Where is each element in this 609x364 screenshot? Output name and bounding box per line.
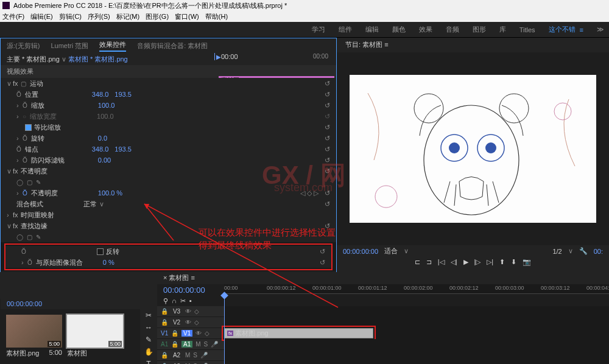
menu-marker[interactable]: 标记(M) (116, 12, 140, 21)
title-bar: Adobe Premiere Pro CC 2018 - E:\百度经验\在PR… (0, 0, 609, 11)
transport-controls: ⊏ ⊐ |◁ ◁| ▶ |▷ ▷| ⬆ ⬇ 📷 (337, 257, 609, 267)
timeline-panel: × 素材图 ≡ 00:00:00:00 ⚲∩✂▪ 00:00 00:00:00:… (157, 272, 609, 364)
sequence-name[interactable]: × 素材图 ≡ (163, 274, 195, 281)
checkbox-invert[interactable] (97, 248, 104, 255)
program-monitor: 节目: 素材图 ≡ (337, 38, 609, 272)
track-a2[interactable]: 🔒A2MS🎤 (157, 350, 609, 361)
next-icon[interactable]: ▷| (487, 258, 493, 266)
svg-point-5 (485, 142, 496, 153)
mini-timeline[interactable]: ▶00:00 00:00 (214, 53, 330, 65)
prop-rotation[interactable]: ›Ŏ旋转0.0↺ (1, 133, 336, 144)
checkbox-uniform[interactable] (25, 124, 32, 131)
prop-antiflicker[interactable]: ›Ŏ防闪烁滤镜0.00↺ (1, 155, 336, 166)
mark-in-icon[interactable]: ⊏ (415, 258, 420, 266)
tab-lumetri[interactable]: Lumetri 范围 (51, 41, 88, 51)
fx-motion[interactable]: ∨fx▢运动↺ (1, 78, 336, 89)
track-v2[interactable]: 🔒V2👁◇ (157, 317, 609, 328)
ws-learn[interactable]: 学习 (312, 25, 325, 34)
pr-icon (2, 2, 10, 9)
track-v3[interactable]: 🔒V3👁◇ (157, 306, 609, 317)
menu-file[interactable]: 文件(F) (2, 12, 24, 21)
prop-scale[interactable]: ›Ŏ缩放100.0↺ (1, 100, 336, 111)
thumb-1[interactable]: 5:00 素材图.png5:00 (6, 315, 62, 358)
mask-tools[interactable]: ◯▢✎ (1, 177, 336, 187)
ws-titles[interactable]: Titles (519, 26, 535, 33)
prop-blend[interactable]: 混合模式正常∨↺ (1, 198, 336, 209)
mark-out-icon[interactable]: ⊐ (426, 258, 432, 266)
preview-image (350, 75, 596, 223)
bc-link[interactable]: 素材图 * 素材图.png (68, 55, 128, 63)
highlight-find-edges: Ŏ反转↺ ›Ŏ与原始图像混合0 %↺ (4, 243, 333, 270)
program-timecode[interactable]: 00:00:00:00 (343, 248, 378, 255)
fx-find-edges[interactable]: ∨fx查找边缘↺ (1, 220, 336, 231)
timeline-options[interactable]: ⚲∩✂▪ (157, 296, 224, 306)
play-icon[interactable]: ▶ (463, 258, 468, 266)
step-fwd-icon[interactable]: |▷ (474, 258, 481, 266)
menu-window[interactable]: 窗口(W) (175, 12, 199, 21)
timeline-timecode[interactable]: 00:00:00:00 (157, 284, 224, 296)
effect-controls-panel: 源:(无剪辑) Lumetri 范围 效果控件 音频剪辑混合器: 素材图 主要 … (0, 38, 337, 272)
pen-icon[interactable]: ✎ (146, 335, 152, 344)
ws-menu-icon[interactable]: ≡ (580, 26, 583, 33)
fx-opacity[interactable]: ∨fx不透明度↺ (1, 166, 336, 177)
track-a3[interactable]: 🔒A3MS🎤 (157, 361, 609, 364)
bc-main: 主要 * 素材图.png (7, 55, 60, 63)
preview-viewport[interactable] (337, 52, 609, 245)
mask-tools-2[interactable]: ◯▢✎ (1, 231, 336, 242)
playhead[interactable] (224, 295, 225, 364)
ws-audio[interactable]: 音频 (446, 25, 459, 34)
preview-controls: 00:00:00:00 适合 ∨ 1/2∨ 🔧 00: ⊏ ⊐ |◁ ◁| ▶ … (337, 245, 609, 272)
menu-help[interactable]: 帮助(H) (205, 12, 228, 21)
ws-assembly[interactable]: 组件 (339, 25, 352, 34)
prop-position[interactable]: Ŏ位置348.0193.5↺ (1, 89, 336, 100)
svg-rect-0 (350, 75, 596, 223)
zoom-fit[interactable]: 适合 (384, 247, 398, 256)
export-frame-icon[interactable]: 📷 (523, 258, 531, 266)
menu-clip[interactable]: 剪辑(C) (59, 12, 82, 21)
prop-invert[interactable]: Ŏ反转↺ (5, 246, 331, 257)
lift-icon[interactable]: ⬆ (499, 258, 505, 266)
source-panel-tabs: 源:(无剪辑) Lumetri 范围 效果控件 音频剪辑混合器: 素材图 (1, 38, 336, 53)
menu-bar[interactable]: 文件(F) 编辑(E) 剪辑(C) 序列(S) 标记(M) 图形(G) 窗口(W… (0, 11, 609, 22)
track-a1[interactable]: A1🔒A1MS🎤 (157, 339, 609, 350)
program-tab[interactable]: 节目: 素材图 ≡ (337, 38, 609, 52)
tab-effect-controls[interactable]: 效果控件 (99, 40, 126, 52)
resolution[interactable]: 1/2 (552, 248, 561, 255)
slip-icon[interactable]: ↔ (145, 323, 152, 332)
tab-audio-mixer[interactable]: 音频剪辑混合器: 素材图 (137, 41, 208, 51)
time-ruler[interactable]: 00:00 00:00:00:12 00:00:01:00 00:00:01:1… (224, 284, 609, 294)
wrench-icon[interactable]: 🔧 (579, 247, 588, 255)
ws-effects[interactable]: 效果 (419, 25, 432, 34)
menu-graphics[interactable]: 图形(G) (146, 12, 169, 21)
hand-icon[interactable]: ✋ (144, 348, 153, 356)
menu-edit[interactable]: 编辑(E) (30, 12, 53, 21)
ws-library[interactable]: 库 (499, 25, 506, 34)
workspace-tabs: 学习 组件 编辑 颜色 效果 音频 图形 库 Titles 这个不错 ≡ ≫ (0, 22, 609, 38)
prop-uniform[interactable]: 等比缩放↺ (1, 122, 336, 133)
step-back-icon[interactable]: ◁| (451, 258, 457, 266)
prop-anchor[interactable]: Ŏ锚点348.0193.5↺ (1, 144, 336, 155)
extract-icon[interactable]: ⬇ (511, 258, 516, 266)
thumb-2[interactable]: 5:00 素材图 (67, 315, 123, 358)
ws-overflow-icon[interactable]: ≫ (597, 26, 604, 33)
timeline-clip[interactable]: fx素材图.png (224, 328, 373, 338)
track-v1[interactable]: V1🔒V1👁◇fx素材图.png (157, 328, 609, 339)
reset-icon[interactable]: ↺ (325, 80, 330, 88)
tab-source[interactable]: 源:(无剪辑) (7, 41, 40, 51)
ws-custom[interactable]: 这个不错 (549, 25, 576, 34)
prop-opacity[interactable]: ›Ŏ不透明度100.0 %◁ ◇ ▷↺ (1, 187, 336, 198)
svg-point-3 (449, 142, 460, 153)
duration: 00: (594, 248, 603, 255)
ws-graphics[interactable]: 图形 (473, 25, 486, 34)
mini-tl-end: 00:00 (313, 53, 328, 60)
mini-tl-start: ▶00:00 (214, 53, 238, 60)
type-icon[interactable]: T (146, 360, 150, 364)
prop-scale-w: ›○缩放宽度100.0↺ (1, 111, 336, 122)
menu-sequence[interactable]: 序列(S) (88, 12, 110, 21)
prop-blend-orig[interactable]: ›Ŏ与原始图像混合0 %↺ (5, 257, 331, 268)
ws-color[interactable]: 颜色 (392, 25, 406, 34)
fx-time-remap[interactable]: ›fx时间重映射 (1, 209, 336, 220)
razor-icon[interactable]: ✂ (146, 311, 152, 320)
prev-icon[interactable]: |◁ (438, 258, 445, 266)
ws-edit[interactable]: 编辑 (365, 25, 379, 34)
